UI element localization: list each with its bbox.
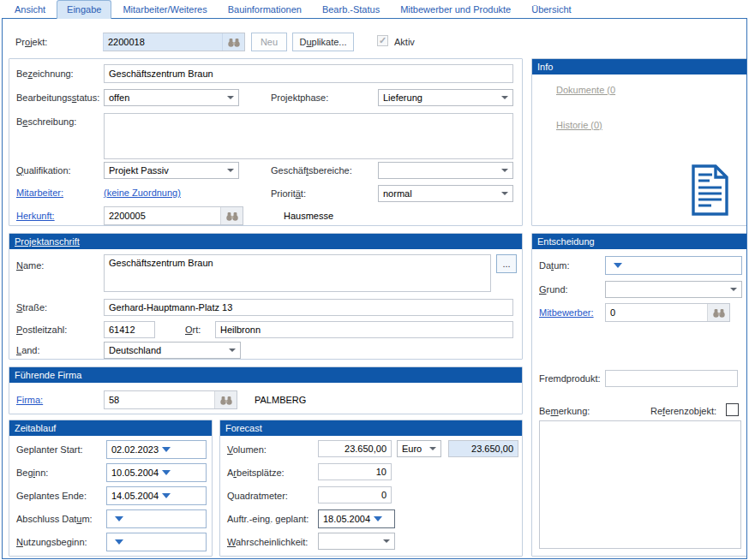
tab-mitarbeiter-weiteres[interactable]: Mitarbeiter/Weiteres (113, 1, 216, 19)
bemerkung-textarea[interactable] (539, 420, 741, 549)
geplantes-ende-datepicker[interactable]: 14.05.2004 (106, 486, 207, 505)
auftragseingang-geplant-datepicker[interactable]: 18.05.2004 (318, 509, 395, 528)
geschaeftsbereiche-select[interactable] (378, 162, 513, 179)
projektphase-label: Projektphase: (271, 92, 328, 103)
fremdprodukt-input[interactable] (605, 370, 738, 387)
strasse-input[interactable]: Gerhard-Hauptmann-Platz 13 (104, 299, 513, 316)
beschreibung-textarea[interactable] (104, 113, 513, 159)
chevron-down-icon (227, 169, 234, 172)
ort-input[interactable]: Heilbronn (215, 321, 513, 338)
waehrung-select[interactable]: Euro (397, 440, 441, 457)
binoculars-icon[interactable] (214, 391, 237, 408)
aktiv-checkbox[interactable] (377, 35, 388, 46)
fremdprodukt-label: Fremdprodukt: (539, 373, 601, 384)
quadratmeter-label: Quadratmeter: (227, 491, 288, 501)
tab-eingabe[interactable]: Eingabe (57, 0, 111, 19)
qualifikation-select[interactable]: Projekt Passiv (104, 162, 239, 179)
zeitablauf-header: Zeitablauf (9, 420, 212, 436)
bezeichnung-label: Bezeichnung: (16, 69, 74, 79)
chevron-down-icon (162, 493, 171, 498)
projekt-input[interactable]: 2200018 (104, 33, 222, 51)
herkunft-lookup: 2200005 (104, 206, 243, 225)
plz-input[interactable]: 61412 (104, 321, 155, 338)
entscheidung-header: Entscheidung (532, 234, 746, 249)
volumen-input[interactable]: 23.650,00 (318, 440, 392, 457)
mitbewerber-input[interactable]: 0 (606, 304, 707, 321)
name-textarea[interactable]: Geschäftszentrum Braun (104, 254, 491, 292)
chevron-down-icon (383, 539, 390, 543)
beginn-datepicker[interactable]: 10.05.2004 (106, 463, 207, 482)
beschreibung-label: Beschreibung: (16, 116, 76, 127)
strasse-label: Straße: (16, 302, 47, 313)
historie-link[interactable]: Historie (0) (556, 120, 602, 130)
info-panel: Info Dokumente (0 Historie (0) (531, 58, 747, 226)
referenzobjekt-checkbox[interactable] (726, 403, 739, 416)
referenzobjekt-label: Referenzobjekt: (650, 406, 716, 416)
projekt-lookup: 2200018 (103, 33, 245, 51)
binoculars-icon[interactable] (220, 207, 243, 224)
mitbewerber-lookup: 0 (605, 303, 730, 322)
chevron-down-icon (227, 96, 234, 99)
plz-label: Postleitzahl: (16, 325, 67, 335)
herkunft-input[interactable]: 2200005 (105, 207, 220, 224)
abschluss-datum-datepicker[interactable] (106, 509, 207, 528)
geplanter-start-label: Geplanter Start: (16, 444, 83, 455)
arbeitsplaetze-input[interactable]: 10 (318, 463, 392, 480)
bezeichnung-input[interactable]: Geschäftszentrum Braun (104, 64, 513, 83)
firma-name-text: PALMBERG (255, 395, 306, 405)
firma-link[interactable]: Firma: (16, 395, 43, 405)
forecast-header: Forecast (220, 420, 522, 436)
bearbeitungsstatus-select[interactable]: offen (104, 89, 239, 106)
tab-bearb-status[interactable]: Bearb.-Status (313, 1, 389, 19)
firma-input[interactable]: 58 (105, 391, 214, 408)
land-label: Land: (16, 345, 40, 355)
binoculars-icon[interactable] (707, 304, 729, 321)
geplanter-start-datepicker[interactable]: 02.02.2023 (106, 440, 207, 459)
nutzungsbeginn-datepicker[interactable] (106, 533, 207, 551)
chevron-down-icon (162, 470, 171, 475)
tab-bar: Ansicht Eingabe Mitarbeiter/Weiteres Bau… (0, 0, 749, 19)
land-select[interactable]: Deutschland (104, 342, 241, 359)
tab-mitbewerber-und-produkte[interactable]: Mitbewerber und Produkte (391, 1, 520, 19)
herkunft-link[interactable]: Herkunft: (16, 211, 55, 221)
binoculars-icon[interactable] (222, 33, 244, 51)
datum-datepicker[interactable] (605, 256, 742, 275)
mitbewerber-link[interactable]: Mitbewerber: (539, 307, 594, 318)
projektphase-select[interactable]: Lieferung (378, 89, 513, 106)
projekt-label: Projekt: (15, 37, 47, 47)
firma-lookup: 58 (104, 390, 237, 409)
herkunft-name-text: Hausmesse (284, 211, 333, 221)
grund-select[interactable] (605, 281, 742, 298)
keine-zuordnung-link[interactable]: (keine Zuordnung) (104, 188, 181, 198)
tab-uebersicht[interactable]: Übersicht (522, 1, 580, 19)
bearbeitungsstatus-label: Bearbeitungsstatus: (16, 92, 99, 103)
projekt-eingabe-window: Ansicht Eingabe Mitarbeiter/Weiteres Bau… (0, 0, 749, 560)
mitarbeiter-link[interactable]: Mitarbeiter: (16, 188, 63, 198)
projektdaten-group: Bezeichnung: Geschäftszentrum Braun Bear… (9, 58, 523, 226)
prioritaet-select[interactable]: normal (378, 185, 513, 202)
chevron-down-icon (730, 288, 737, 291)
chevron-down-icon (614, 263, 622, 268)
entscheidung-panel: Entscheidung Datum: Grund: Mitbewerber: … (531, 233, 747, 557)
neu-button[interactable]: Neu (251, 33, 287, 51)
auftragseingang-geplant-label: Auftr.-eing. geplant: (227, 514, 309, 524)
duplikate-button[interactable]: Duplikate... (292, 33, 354, 51)
geschaeftsbereiche-label: Geschäftsbereiche: (271, 165, 352, 176)
ellipsis-button[interactable]: ... (496, 254, 517, 273)
aktiv-label: Aktiv (394, 37, 415, 47)
volumen-euro-readonly: 23.650,00 (448, 440, 518, 457)
projektanschrift-header-link[interactable]: Projektanschrift (15, 236, 80, 247)
bemerkung-label: Bemerkung: (539, 406, 590, 416)
wahrscheinlichkeit-select[interactable] (318, 533, 395, 550)
volumen-label: Volumen: (227, 444, 267, 455)
tab-ansicht[interactable]: Ansicht (5, 1, 55, 19)
quadratmeter-input[interactable]: 0 (318, 486, 392, 503)
tab-bauinformationen[interactable]: Bauinformationen (219, 1, 311, 19)
abschluss-datum-label: Abschluss Datum: (16, 514, 93, 524)
info-panel-header: Info (532, 59, 746, 74)
geplantes-ende-label: Geplantes Ende: (16, 491, 87, 501)
beginn-label: Beginn: (16, 468, 48, 478)
projektanschrift-panel: Projektanschrift Name: Geschäftszentrum … (9, 233, 523, 360)
forecast-panel: Forecast Volumen: 23.650,00 Euro 23.650,… (219, 420, 523, 557)
dokumente-link[interactable]: Dokumente (0 (556, 85, 615, 95)
